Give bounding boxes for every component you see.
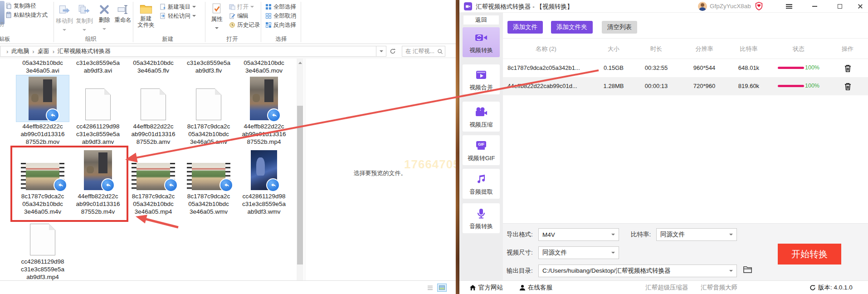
file-item[interactable]: 44effb822d22c ab99c01d13316 87552b.m4v: [72, 149, 124, 216]
sidebar-item-video-convert[interactable]: 视频转换: [463, 27, 500, 57]
video-thumbnail: [238, 75, 290, 122]
vip-badge-icon[interactable]: [755, 2, 763, 12]
new-item-button[interactable]: 新建项目: [160, 3, 196, 11]
progress-bar: [778, 67, 804, 69]
audio-master-link[interactable]: 汇帮音频大师: [701, 281, 737, 294]
breadcrumb[interactable]: › 此电脑 › 桌面 › 汇帮视频格式转换器: [0, 46, 376, 57]
file-item[interactable]: 8c1787c9dca2c 05a342b10bdc 3e46a05.m4v: [16, 149, 69, 216]
file-item[interactable]: 44effb822d22c ab99c01d13316 87552b.amv: [127, 75, 180, 146]
video-size-select[interactable]: 同源文件: [538, 246, 619, 259]
explorer-status-bar: [0, 280, 456, 294]
search-placeholder: 在 汇帮视...: [405, 48, 434, 55]
copy-to-button[interactable]: 复制到: [74, 4, 94, 32]
close-button[interactable]: [853, 0, 868, 13]
list-view-button[interactable]: [425, 284, 435, 292]
edit-button[interactable]: 编辑: [229, 12, 249, 20]
file-item[interactable]: 05a342b10bdc 3e46a05.flv: [127, 59, 180, 74]
chevron-down-icon: [380, 50, 383, 52]
compressor-link[interactable]: 汇帮超级压缩器: [645, 281, 688, 294]
shortcut-badge-icon: [266, 178, 280, 192]
folder-open-icon: [743, 265, 752, 274]
video-thumbnail: [16, 149, 69, 191]
move-to-button[interactable]: 移动到: [54, 4, 74, 32]
sidebar-item-audio-extract[interactable]: 音频提取: [463, 169, 500, 199]
breadcrumb-folder[interactable]: 汇帮视频格式转换器: [58, 47, 111, 55]
sidebar-item-video-to-gif[interactable]: GIF 视频转GIF: [463, 135, 500, 165]
file-item[interactable]: 05a342b10bdc 3e46a05.avi: [16, 59, 69, 74]
select-none-button[interactable]: 全部取消: [265, 12, 296, 20]
file-item[interactable]: cc42861129d98 c31e3c8559e5a ab9df3.wmv: [238, 149, 290, 216]
search-input[interactable]: 在 汇帮视...: [402, 46, 445, 57]
file-list-scrollbar[interactable]: [297, 59, 303, 280]
audio-convert-icon: [477, 207, 486, 220]
output-dir-select[interactable]: C:/Users/huibang/Desktop/汇帮视频格式转换器: [538, 265, 737, 277]
avatar[interactable]: [698, 2, 707, 11]
easy-access-icon: [160, 13, 166, 19]
file-item[interactable]: 05a342b10bdc 3e46a05.mov: [238, 59, 290, 74]
refresh-icon: [390, 48, 396, 54]
browse-folder-button[interactable]: [743, 265, 752, 275]
converter-app-window: 汇帮视频格式转换器 - 【视频转换】 GfpZyYucX8ab 返回 视频转换 …: [459, 0, 868, 294]
chevron-down-icon: [611, 234, 615, 235]
breadcrumb-desktop[interactable]: 桌面: [38, 47, 49, 55]
copy-path-button[interactable]: 复制路径: [5, 2, 36, 10]
sidebar-item-video-compress[interactable]: 视频压缩: [463, 102, 500, 132]
delete-row-button[interactable]: [834, 83, 861, 92]
paste-shortcut-button[interactable]: 粘贴快捷方式: [5, 11, 48, 19]
username: GfpZyYucX8ab: [710, 3, 751, 10]
thumbnail-view-button[interactable]: [437, 284, 447, 292]
video-thumbnail: [182, 149, 235, 191]
select-all-button[interactable]: 全部选择: [265, 3, 296, 11]
table-row[interactable]: 8c1787c9dca2c05a342b1... 0.15GB 00:32:55…: [503, 59, 868, 77]
table-header: 名称 (2) 大小 时长 分辨率 比特率 状态 操作: [503, 38, 868, 59]
file-item[interactable]: cc42861129d98 c31e3c8559e5a ab9df3.mp4: [16, 222, 69, 280]
file-item[interactable]: 8c1787c9dca2c 05a342b10bdc 3e46a05.mp4: [127, 149, 180, 216]
chevron-down-icon: [611, 252, 615, 254]
table-row[interactable]: 44effb822d22cab99c01d... 1.28MB 00:00:13…: [503, 77, 868, 95]
export-format-select[interactable]: M4V: [538, 228, 619, 241]
sidebar-item-audio-convert[interactable]: 音频转换: [463, 203, 500, 233]
open-button[interactable]: 打开: [229, 3, 254, 11]
file-item[interactable]: 8c1787c9dca2c 05a342b10bdc 3e46a05.amv: [182, 75, 235, 146]
add-folder-button[interactable]: 添加文件夹: [551, 21, 593, 34]
easy-access-button[interactable]: 轻松访问: [160, 12, 196, 20]
file-item-selected[interactable]: 44effb822d22c ab99c01d13316 87552b.mov: [16, 75, 69, 146]
add-file-button[interactable]: 添加文件: [507, 21, 543, 34]
delete-button[interactable]: 删除: [96, 4, 112, 31]
official-website-link[interactable]: 官方网站: [469, 281, 503, 294]
delete-row-button[interactable]: [834, 64, 861, 74]
trash-icon: [844, 64, 851, 72]
file-item[interactable]: 44effb822d22c ab99c01d13316 87552b.mp4: [238, 75, 290, 146]
start-convert-button[interactable]: 开始转换: [778, 244, 841, 265]
minimize-button[interactable]: [807, 0, 822, 13]
maximize-button[interactable]: [832, 0, 848, 13]
file-item[interactable]: 8c1787c9dca2c 05a342b10bdc 3e46a05.wmv: [182, 149, 235, 216]
file-item[interactable]: cc42861129d98 c31e3c8559e5a ab9df3.amv: [72, 75, 124, 146]
group-label-select: 选择: [268, 35, 295, 43]
menu-button[interactable]: [781, 0, 797, 13]
file-item[interactable]: c31e3c8559e5a ab9df3.flv: [182, 59, 235, 74]
select-all-icon: [265, 4, 272, 10]
rename-button[interactable]: 重命名: [112, 4, 133, 24]
progress-bar: [778, 85, 804, 87]
clear-list-button[interactable]: 清空列表: [602, 21, 637, 34]
desktop-wallpaper-strip: [456, 0, 459, 294]
breadcrumb-this-pc[interactable]: 此电脑: [11, 47, 29, 55]
address-dropdown-button[interactable]: [376, 46, 386, 57]
app-sidebar: 返回 视频转换 视频合并 视频压缩 GIF 视频转GIF 音频提取: [459, 13, 503, 280]
bitrate-select[interactable]: 同源文件: [656, 228, 737, 241]
file-item[interactable]: c31e3c8559e5a ab9df3.avi: [72, 59, 124, 74]
back-button[interactable]: 返回: [463, 15, 499, 24]
new-folder-button[interactable]: 新建 文件夹: [135, 3, 157, 28]
invert-selection-button[interactable]: 反向选择: [265, 21, 296, 29]
minimize-icon: [812, 6, 817, 7]
thumbnail-view-icon: [439, 285, 445, 290]
online-support-link[interactable]: 在线客服: [519, 281, 552, 294]
audio-extract-icon: [476, 172, 487, 186]
cut-label-partial[interactable]: 剪切: [0, 21, 4, 28]
sidebar-item-video-merge[interactable]: 视频合并: [463, 64, 500, 94]
group-label-open: 打开: [219, 35, 246, 43]
properties-button[interactable]: 属性: [208, 3, 226, 30]
refresh-button[interactable]: [387, 46, 398, 57]
history-button[interactable]: 历史记录: [229, 21, 260, 29]
